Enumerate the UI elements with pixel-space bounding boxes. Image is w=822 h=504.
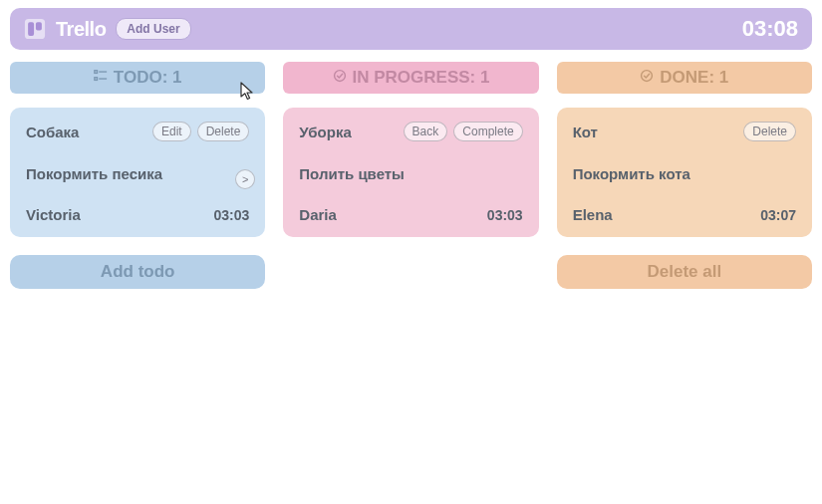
svg-rect-4	[95, 78, 98, 81]
card-title: Собака	[26, 122, 146, 140]
card-time: 03:07	[760, 207, 796, 223]
svg-rect-1	[28, 22, 34, 36]
column-progress-title: IN PROGRESS: 1	[353, 68, 490, 88]
column-progress-header: IN PROGRESS: 1	[283, 62, 538, 94]
done-icon	[640, 68, 654, 88]
back-button[interactable]: Back	[404, 122, 448, 141]
card-author: Victoria	[26, 206, 214, 223]
svg-rect-0	[25, 19, 45, 39]
column-todo: TODO: 1 Собака Edit Delete Покормить пес…	[10, 62, 265, 289]
delete-button[interactable]: Delete	[197, 122, 250, 141]
svg-rect-2	[36, 22, 42, 30]
card-title: Кот	[573, 122, 738, 140]
add-todo-button[interactable]: Add todo	[10, 255, 265, 289]
card-time: 03:03	[214, 207, 250, 223]
column-done: DONE: 1 Кот Delete Покормить кота Elena …	[557, 62, 812, 289]
card-author: Elena	[573, 206, 761, 223]
trello-logo-icon	[24, 18, 46, 40]
card-time: 03:03	[487, 207, 523, 223]
app: Trello Add User 03:08 TODO: 1 Соба	[0, 0, 822, 289]
svg-point-8	[642, 71, 653, 82]
delete-all-button[interactable]: Delete all	[557, 255, 812, 289]
board: TODO: 1 Собака Edit Delete Покормить пес…	[10, 62, 812, 289]
delete-button[interactable]: Delete	[743, 122, 796, 141]
card-title: Уборка	[299, 122, 397, 140]
svg-rect-3	[95, 71, 98, 74]
column-done-title: DONE: 1	[660, 68, 728, 88]
clock: 03:08	[742, 16, 798, 42]
card-author: Daria	[299, 206, 487, 223]
card-desc: Покормить кота	[573, 165, 796, 182]
column-todo-title: TODO: 1	[114, 68, 182, 88]
card-desc: Полить цветы	[299, 165, 522, 182]
progress-icon	[333, 68, 347, 88]
card-done: Кот Delete Покормить кота Elena 03:07	[557, 108, 812, 237]
forward-button[interactable]: >	[235, 169, 255, 189]
svg-point-7	[334, 71, 345, 82]
edit-button[interactable]: Edit	[152, 122, 191, 141]
card-todo: Собака Edit Delete Покормить песика > Vi…	[10, 108, 265, 237]
card-progress: Уборка Back Complete Полить цветы Daria …	[283, 108, 538, 237]
add-user-button[interactable]: Add User	[116, 18, 190, 40]
card-desc: Покормить песика	[26, 165, 249, 182]
header: Trello Add User 03:08	[10, 8, 812, 50]
column-progress: IN PROGRESS: 1 Уборка Back Complete Поли…	[283, 62, 538, 289]
complete-button[interactable]: Complete	[453, 122, 522, 141]
column-done-header: DONE: 1	[557, 62, 812, 94]
logo-text: Trello	[56, 18, 106, 41]
column-todo-header: TODO: 1	[10, 62, 265, 94]
list-icon	[94, 68, 108, 88]
